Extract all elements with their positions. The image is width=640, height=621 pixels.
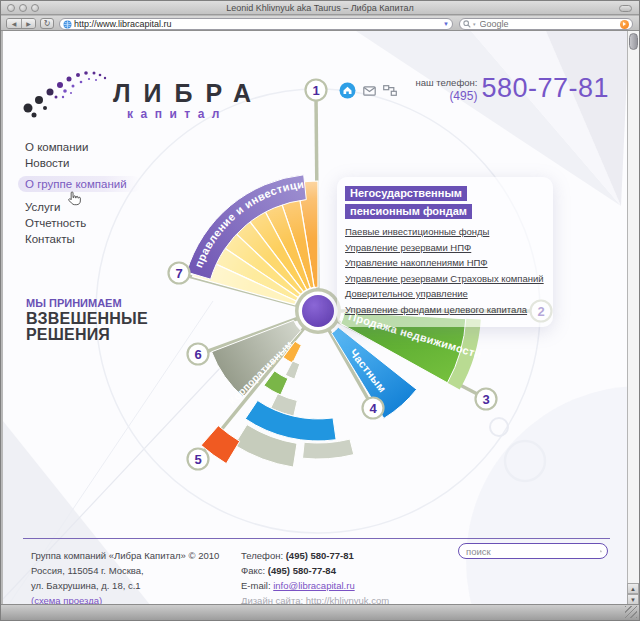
- footer-phone-value: (495) 580-77-81: [286, 550, 354, 561]
- sitemap-icon[interactable]: [383, 85, 397, 96]
- home-icon[interactable]: [339, 82, 356, 99]
- svg-text:5: 5: [194, 452, 201, 467]
- site-search-input[interactable]: [464, 545, 600, 557]
- window-title: Leonid Khlivnyuk aka Taurus – Либра Капи…: [1, 1, 639, 15]
- phone-area-code: (495): [416, 89, 478, 103]
- scrollbar-track[interactable]: [627, 31, 639, 606]
- panel-link-trust[interactable]: Доверительное управление: [345, 288, 545, 299]
- site-favicon-globe-icon: [63, 20, 72, 29]
- panel-link-npf-reserves[interactable]: Управление резервами НПФ: [345, 242, 545, 253]
- nav-item-group-active[interactable]: О группе компаний: [18, 176, 141, 192]
- footer-address-2: ул. Бахрушина, д. 18, с.1: [31, 578, 219, 593]
- nav-item-contacts[interactable]: Контакты: [25, 233, 141, 245]
- footer-email-link[interactable]: info@libracapital.ru: [273, 580, 354, 591]
- footer-phone-label: Телефон:: [241, 550, 283, 561]
- marker-7[interactable]: 7: [169, 263, 190, 284]
- search-icon[interactable]: [600, 546, 602, 557]
- main-nav: О компании Новости О группе компаний Усл…: [25, 141, 141, 249]
- scroll-up-button[interactable]: ▲: [627, 583, 639, 594]
- footer-company: Группа компаний «Либра Капитал» © 2010: [31, 548, 219, 563]
- url-dropdown-icon[interactable]: ▼: [443, 19, 449, 29]
- diagram-hub[interactable]: [295, 288, 341, 334]
- site-search-field[interactable]: [458, 543, 608, 559]
- mail-icon[interactable]: [363, 86, 376, 96]
- nav-item-services[interactable]: Услуги: [25, 201, 141, 213]
- footer-contacts-col: Телефон: (495) 580-77-81 Факс: (495) 580…: [241, 548, 389, 606]
- nav-item-news[interactable]: Новости: [25, 157, 141, 169]
- footer-fax-label: Факс:: [241, 565, 265, 576]
- logo-subtitle: капитал: [127, 107, 227, 121]
- panel-title-line2: пенсионным фондам: [345, 204, 472, 219]
- search-engine-caret-icon[interactable]: ▾: [473, 21, 476, 27]
- window-titlebar[interactable]: Leonid Khlivnyuk aka Taurus – Либра Капи…: [1, 1, 639, 15]
- marker-5[interactable]: 5: [188, 449, 209, 470]
- window-bottom-bar: [1, 604, 639, 620]
- panel-title-line1: Негосударственным: [345, 186, 467, 201]
- scrollbar-thumb[interactable]: [629, 33, 638, 50]
- footer-email-label: E-mail:: [241, 580, 271, 591]
- footer-address-col: Группа компаний «Либра Капитал» © 2010 Р…: [31, 548, 219, 606]
- panel-link-insurance-reserves[interactable]: Управление резервами Страховых компаний: [345, 273, 545, 284]
- svg-text:1: 1: [312, 83, 319, 98]
- page-viewport: Управление и инвестиции Продажа недвижим…: [3, 31, 629, 606]
- panel-links: Паевые инвестиционные фонды Управление р…: [345, 226, 545, 315]
- svg-text:6: 6: [194, 347, 201, 362]
- marker-1[interactable]: 1: [306, 80, 327, 101]
- url-field[interactable]: ▼: [59, 18, 453, 30]
- footer-address-1: Россия, 115054 г. Москва,: [31, 563, 219, 578]
- nav-item-company[interactable]: О компании: [25, 141, 141, 153]
- panel-link-endowment[interactable]: Управление фондами целевого капитала: [345, 304, 545, 315]
- google-search-field[interactable]: ▾: [459, 18, 633, 30]
- panel-link-npf-savings[interactable]: Управление накоплениями НПФ: [345, 257, 545, 268]
- logo-dots: [24, 71, 107, 117]
- snapback-icon[interactable]: [620, 20, 629, 29]
- marker-6[interactable]: 6: [188, 344, 209, 365]
- hand-cursor-icon: [66, 190, 81, 207]
- phone-number: 580-77-81: [481, 73, 609, 103]
- footer-fax-value: (495) 580-77-84: [268, 565, 336, 576]
- tagline-line1: ВЗВЕШЕННЫЕ: [26, 311, 148, 327]
- panel-link-pif[interactable]: Паевые инвестиционные фонды: [345, 226, 545, 237]
- marker-3[interactable]: 3: [476, 389, 497, 410]
- nav-item-reports[interactable]: Отчетность: [25, 217, 141, 229]
- logo-wordmark[interactable]: ЛИБРА: [113, 79, 264, 108]
- search-icon: [463, 20, 471, 28]
- tagline-intro: МЫ ПРИНИМАЕМ: [26, 297, 148, 309]
- phone-block: наш телефон: (495) 580-77-81: [416, 73, 609, 103]
- url-input[interactable]: [72, 19, 443, 29]
- toolbar-toggle-button[interactable]: [619, 5, 632, 12]
- browser-toolbar: ◀ ▶ ↻ ▼ ▾: [1, 16, 639, 31]
- forward-button[interactable]: ▶: [21, 19, 35, 28]
- reload-button[interactable]: ↻: [40, 18, 54, 29]
- marker-4[interactable]: 4: [363, 398, 384, 419]
- phone-label: наш телефон:: [416, 77, 478, 88]
- svg-text:3: 3: [482, 392, 489, 407]
- page-footer: Группа компаний «Либра Капитал» © 2010 Р…: [23, 538, 610, 539]
- pension-panel: Негосударственным пенсионным фондам Паев…: [337, 177, 553, 327]
- resize-grip[interactable]: [625, 606, 637, 618]
- svg-text:4: 4: [369, 401, 377, 416]
- back-button[interactable]: ◀: [7, 19, 21, 28]
- tagline: МЫ ПРИНИМАЕМ ВЗВЕШЕННЫЕ РЕШЕНИЯ: [26, 297, 148, 343]
- google-search-input[interactable]: [478, 19, 618, 29]
- browser-window: Leonid Khlivnyuk aka Taurus – Либра Капи…: [0, 0, 640, 621]
- tagline-line2: РЕШЕНИЯ: [26, 327, 148, 343]
- svg-text:7: 7: [175, 266, 182, 281]
- history-buttons: ◀ ▶: [6, 18, 36, 29]
- header-icons: [339, 82, 397, 99]
